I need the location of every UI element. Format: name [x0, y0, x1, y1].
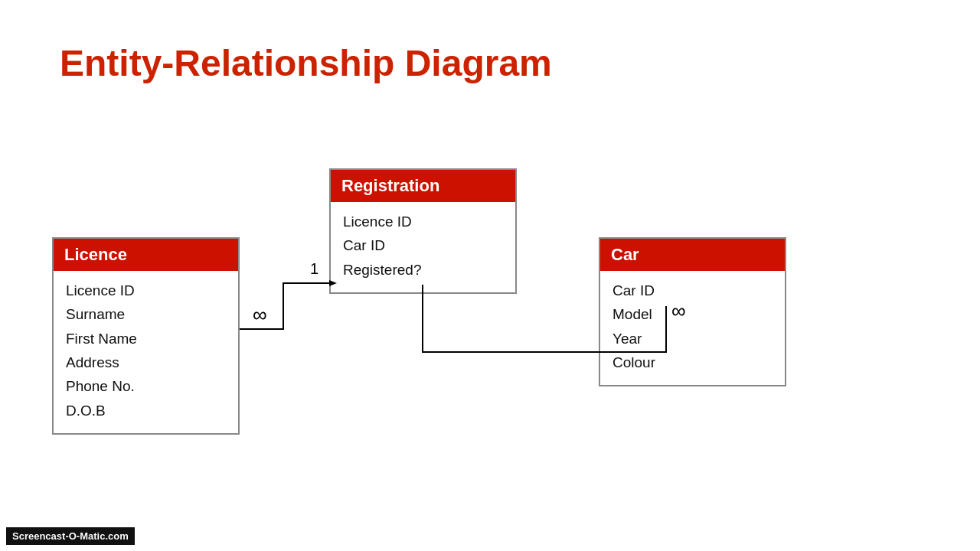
registration-cardinality-symbol: 1: [310, 260, 318, 277]
licence-field-2: Surname: [66, 302, 226, 326]
registration-field-1: Licence ID: [343, 210, 503, 233]
licence-body: Licence ID Surname First Name Address Ph…: [54, 271, 238, 433]
licence-field-1: Licence ID: [66, 279, 226, 302]
car-field-1: Car ID: [612, 279, 773, 302]
licence-field-3: First Name: [66, 327, 226, 350]
licence-entity: Licence Licence ID Surname First Name Ad…: [52, 237, 240, 435]
watermark: Screencast-O-Matic.com: [6, 527, 135, 545]
car-field-3: Year: [612, 327, 773, 350]
car-entity: Car Car ID Model Year Colour: [599, 237, 786, 386]
car-field-4: Colour: [612, 350, 773, 374]
registration-body: Licence ID Car ID Registered?: [331, 202, 515, 292]
registration-field-3: Registered?: [343, 258, 503, 282]
page-title: Entity-Relationship Diagram: [60, 42, 552, 84]
licence-cardinality-symbol: ∞: [253, 303, 267, 326]
car-header: Car: [600, 239, 785, 271]
licence-field-6: D.O.B: [66, 399, 226, 422]
licence-field-5: Phone No.: [66, 374, 226, 398]
licence-header: Licence: [54, 239, 238, 271]
licence-registration-line: [240, 283, 329, 329]
car-field-2: Model: [612, 302, 773, 326]
registration-header: Registration: [331, 170, 515, 202]
licence-field-4: Address: [66, 350, 226, 374]
registration-entity: Registration Licence ID Car ID Registere…: [329, 168, 517, 294]
registration-field-2: Car ID: [343, 233, 503, 257]
car-body: Car ID Model Year Colour: [600, 271, 785, 385]
